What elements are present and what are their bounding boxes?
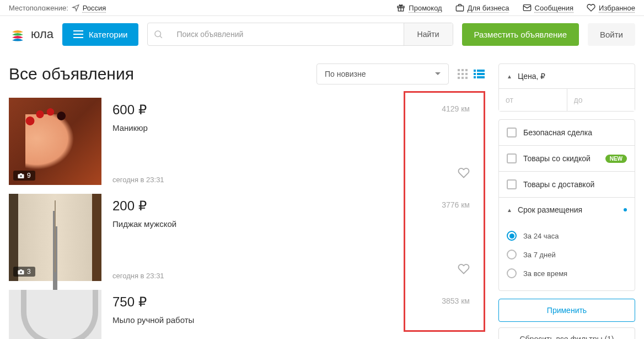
radio-label: За 24 часа — [523, 232, 559, 240]
logo-icon — [9, 25, 26, 43]
view-list-button[interactable] — [473, 68, 485, 80]
svg-rect-6 — [73, 37, 83, 38]
gift-icon — [396, 3, 405, 12]
heart-icon — [587, 3, 595, 12]
svg-rect-21 — [474, 76, 476, 78]
photo-count-badge: 9 — [13, 171, 35, 181]
checkbox-icon — [507, 128, 517, 137]
svg-rect-10 — [465, 69, 468, 71]
svg-rect-4 — [73, 30, 83, 31]
filter-period-header[interactable]: ▲ Срок размещения — [499, 198, 635, 222]
search-input[interactable] — [169, 23, 403, 45]
filter-price-title: Цена, ₽ — [518, 72, 627, 81]
listing-time: сегодня в 23:31 — [112, 176, 397, 189]
svg-point-24 — [20, 271, 22, 273]
find-button[interactable]: Найти — [404, 23, 453, 45]
listing-right: 3853 км — [408, 290, 485, 339]
view-grid-button[interactable] — [457, 68, 469, 80]
arrow-up-icon: ▲ — [507, 73, 512, 80]
svg-rect-11 — [458, 73, 460, 75]
filter-price-header[interactable]: ▲ Цена, ₽ — [499, 64, 635, 88]
location-label: Местоположение: — [9, 4, 68, 12]
mail-icon — [523, 3, 532, 12]
header: юла Категории Найти Разместить объявлени… — [0, 16, 644, 52]
svg-point-7 — [155, 31, 161, 37]
favorite-button[interactable] — [458, 263, 470, 278]
listing-distance: 4129 км — [442, 104, 470, 113]
svg-rect-20 — [477, 73, 485, 75]
listing-title: Пиджак мужской — [112, 219, 397, 229]
svg-rect-22 — [477, 76, 485, 78]
listing-distance: 3776 км — [442, 200, 470, 209]
svg-rect-13 — [465, 73, 468, 75]
price-to-input[interactable] — [567, 88, 635, 111]
svg-rect-18 — [477, 70, 485, 72]
login-button[interactable]: Войти — [588, 23, 635, 46]
camera-icon — [18, 173, 24, 178]
sort-value: По новизне — [325, 70, 366, 78]
favorites-link[interactable]: Избранное — [587, 3, 635, 12]
svg-rect-14 — [458, 77, 460, 79]
period-option[interactable]: За 24 часа — [507, 226, 627, 245]
listing-image[interactable] — [9, 290, 101, 339]
listing-image[interactable]: 9 — [9, 98, 101, 185]
photo-count-badge: 3 — [13, 267, 35, 277]
svg-rect-12 — [461, 73, 464, 75]
categories-button[interactable]: Категории — [62, 23, 138, 46]
listing-row[interactable]: 3200 ₽Пиджак мужскойсегодня в 23:313776 … — [9, 194, 485, 285]
svg-rect-9 — [461, 69, 464, 71]
listing-title: Мыло ручной работы — [112, 315, 397, 325]
filters-sidebar: ▲ Цена, ₽ Безопасная сделка Товары со ск… — [498, 63, 635, 339]
listing-right: 3776 км — [408, 194, 485, 285]
period-option[interactable]: За 7 дней — [507, 245, 627, 264]
listing-row[interactable]: 750 ₽Мыло ручной работы3853 км — [9, 290, 485, 339]
price-from-input[interactable] — [499, 88, 567, 111]
listing-price: 600 ₽ — [112, 102, 397, 118]
svg-rect-16 — [465, 77, 468, 79]
logo[interactable]: юла — [9, 25, 53, 43]
listing-price: 200 ₽ — [112, 198, 397, 214]
svg-rect-15 — [461, 77, 464, 79]
radio-icon — [507, 268, 517, 278]
list-icon — [474, 70, 485, 78]
filter-delivery[interactable]: Товары с доставкой — [499, 172, 635, 198]
messages-link[interactable]: Сообщения — [523, 3, 574, 12]
reset-filters-button[interactable]: Сбросить все фильтры (1) — [498, 327, 635, 339]
favorite-button[interactable] — [458, 167, 470, 182]
active-dot-icon — [624, 208, 627, 211]
grid-icon — [458, 69, 468, 79]
listing-body: 750 ₽Мыло ручной работы — [112, 290, 397, 339]
filter-period-title: Срок размещения — [518, 205, 618, 214]
new-badge: NEW — [605, 155, 627, 163]
briefcase-icon — [455, 3, 464, 12]
camera-icon — [18, 269, 24, 274]
business-link[interactable]: Для бизнеса — [455, 3, 509, 12]
listing-price: 750 ₽ — [112, 294, 397, 310]
svg-rect-2 — [456, 6, 463, 11]
radio-label: За все время — [523, 269, 567, 278]
svg-point-23 — [20, 175, 22, 177]
listing-image[interactable]: 3 — [9, 194, 101, 281]
checkbox-icon — [507, 153, 517, 163]
period-option[interactable]: За все время — [507, 264, 627, 283]
post-ad-button[interactable]: Разместить объявление — [462, 23, 579, 46]
search-wrap: Найти — [147, 23, 453, 46]
sort-select[interactable]: По новизне — [316, 63, 449, 84]
apply-filters-button[interactable]: Применить — [498, 299, 635, 322]
promo-link[interactable]: Промокод — [396, 3, 442, 12]
filter-discount[interactable]: Товары со скидкой NEW — [499, 146, 635, 172]
listing-body: 600 ₽Маникюрсегодня в 23:31 — [112, 98, 397, 189]
filter-safe-deal[interactable]: Безопасная сделка — [499, 120, 635, 146]
radio-label: За 7 дней — [523, 251, 556, 259]
svg-rect-8 — [458, 69, 460, 71]
menu-icon — [73, 30, 83, 38]
svg-rect-17 — [474, 70, 476, 72]
listing-body: 200 ₽Пиджак мужскойсегодня в 23:31 — [112, 194, 397, 285]
listing-row[interactable]: 9600 ₽Маникюрсегодня в 23:314129 км — [9, 98, 485, 189]
page-title: Все объявления — [9, 65, 134, 83]
arrow-up-icon: ▲ — [507, 207, 512, 213]
location-link[interactable]: Россия — [72, 4, 106, 12]
radio-icon — [507, 231, 517, 241]
listing-title: Маникюр — [112, 123, 397, 133]
listing-right: 4129 км — [408, 98, 485, 189]
